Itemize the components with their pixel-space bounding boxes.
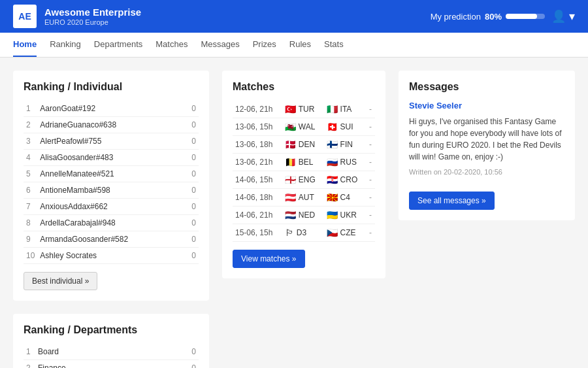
team1-cell: 🇹🇷 TUR [282, 101, 324, 118]
nav-ranking[interactable]: Ranking [50, 33, 81, 57]
team2-flag: 🇫🇮 [327, 139, 338, 150]
prediction-badge: My prediction 80% [431, 12, 545, 22]
message-author[interactable]: Stevie Seeler [409, 101, 564, 110]
nav-prizes[interactable]: Prizes [253, 33, 276, 57]
rank-cell: 8 [24, 215, 37, 231]
match-date: 12-06, 21h [233, 101, 282, 118]
table-row[interactable]: 6 AntioneMamba#598 0 [24, 182, 199, 199]
match-score: - [366, 189, 375, 207]
list-item[interactable]: 13-06, 21h 🇧🇪 BEL 🇷🇺 RUS - [233, 154, 375, 171]
team2-cell: 🇲🇰 C4 [324, 189, 367, 207]
rank-cell: 1 [24, 101, 37, 117]
score-cell: 0 [184, 101, 199, 117]
team2-cell: 🇷🇺 RUS [324, 154, 367, 171]
table-row[interactable]: 2 AdrianeGuanaco#638 0 [24, 117, 199, 133]
match-date: 13-06, 15h [233, 118, 282, 136]
team1-flag: 🏴󠁧󠁢󠁷󠁬󠁳󠁿 [285, 122, 296, 132]
table-row[interactable]: 1 Board 0 [24, 344, 199, 360]
match-date: 14-06, 21h [233, 207, 282, 224]
see-all-messages-button[interactable]: See all messages » [409, 192, 495, 210]
nav-departments[interactable]: Departments [94, 33, 142, 57]
view-matches-button[interactable]: View matches » [233, 250, 305, 268]
team2-cell: 🇨🇭 SUI [324, 118, 367, 136]
table-row[interactable]: 5 AnnelleManatee#521 0 [24, 166, 199, 182]
team2-cell: 🇮🇹 ITA [324, 101, 367, 118]
list-item[interactable]: 12-06, 21h 🇹🇷 TUR 🇮🇹 ITA - [233, 101, 375, 118]
team2-name: C4 [340, 193, 350, 202]
name-cell: Board [35, 344, 167, 360]
name-cell: AnnelleManatee#521 [37, 166, 184, 182]
prediction-pct: 80% [485, 12, 502, 22]
table-row[interactable]: 2 Finance 0 [24, 360, 199, 369]
name-cell: AntioneMamba#598 [37, 182, 184, 199]
list-item[interactable]: 13-06, 15h 🏴󠁧󠁢󠁷󠁬󠁳󠁿 WAL 🇨🇭 SUI - [233, 118, 375, 136]
message-date: Written on 20-02-2020, 10:56 [409, 168, 564, 176]
rank-cell: 10 [24, 248, 37, 264]
matches-table: 12-06, 21h 🇹🇷 TUR 🇮🇹 ITA - 13-06, 15h 🏴󠁧… [233, 101, 375, 242]
rank-cell: 2 [24, 117, 37, 133]
list-item[interactable]: 14-06, 15h 🏴󠁧󠁢󠁥󠁮󠁧󠁿 ENG 🇭🇷 CRO - [233, 171, 375, 189]
score-cell: 0 [184, 182, 199, 199]
name-cell: Finance [35, 360, 167, 369]
score-cell: 0 [184, 248, 199, 264]
main-nav: Home Ranking Departments Matches Message… [0, 33, 588, 58]
prediction-progress-fill [506, 14, 537, 19]
rank-cell: 4 [24, 150, 37, 166]
team2-name: SUI [340, 122, 353, 131]
table-row[interactable]: 10 Ashley Socrates 0 [24, 248, 199, 264]
table-row[interactable]: 1 AaronGoat#192 0 [24, 101, 199, 117]
nav-rules[interactable]: Rules [289, 33, 311, 57]
list-item[interactable]: 13-06, 18h 🇩🇰 DEN 🇫🇮 FIN - [233, 136, 375, 154]
score-cell: 0 [184, 117, 199, 133]
team1-flag: 🇦🇹 [285, 192, 296, 203]
team2-name: CZE [340, 228, 356, 237]
name-cell: ArmandaGoosander#582 [37, 231, 184, 248]
name-cell: AdrianeGuanaco#638 [37, 117, 184, 133]
table-row[interactable]: 7 AnxiousAddax#662 0 [24, 199, 199, 215]
table-row[interactable]: 4 AlisaGoosander#483 0 [24, 150, 199, 166]
nav-messages[interactable]: Messages [201, 33, 239, 57]
user-icon[interactable]: 👤 ▾ [551, 9, 575, 24]
list-item[interactable]: 14-06, 21h 🇳🇱 NED 🇺🇦 UKR - [233, 207, 375, 224]
team1-name: BEL [299, 158, 314, 167]
rank-cell: 5 [24, 166, 37, 182]
team1-flag: 🏳 [285, 227, 294, 238]
rank-cell: 2 [24, 360, 35, 369]
best-individual-button[interactable]: Best individual » [24, 272, 97, 290]
messages-title: Messages [409, 81, 564, 93]
prediction-progress-bar [506, 14, 545, 19]
ranking-individual-table: 1 AaronGoat#192 0 2 AdrianeGuanaco#638 0… [24, 101, 199, 264]
ranking-departments-section: Ranking / Departments 1 Board 0 2 Financ… [13, 314, 209, 368]
match-date: 13-06, 21h [233, 154, 282, 171]
name-cell: AaronGoat#192 [37, 101, 184, 117]
nav-home[interactable]: Home [13, 33, 37, 57]
list-item[interactable]: 14-06, 18h 🇦🇹 AUT 🇲🇰 C4 - [233, 189, 375, 207]
match-date: 13-06, 18h [233, 136, 282, 154]
team1-cell: 🇳🇱 NED [282, 207, 324, 224]
team1-flag: 🏴󠁧󠁢󠁥󠁮󠁧󠁿 [285, 175, 296, 185]
ranking-departments-table: 1 Board 0 2 Finance 0 3 HR 0 4 IT 0 5 Ma… [24, 344, 199, 368]
team2-flag: 🇨🇭 [327, 122, 338, 132]
matches-column: Matches 12-06, 21h 🇹🇷 TUR 🇮🇹 ITA - 13-06… [222, 71, 385, 368]
ranking-individual-title: Ranking / Individual [24, 81, 199, 93]
team1-cell: 🏴󠁧󠁢󠁷󠁬󠁳󠁿 WAL [282, 118, 324, 136]
left-column: Ranking / Individual 1 AaronGoat#192 0 2… [13, 71, 209, 368]
header-left: AE Awesome Enterprise EURO 2020 Europe [13, 5, 141, 28]
match-date: 14-06, 18h [233, 189, 282, 207]
table-row[interactable]: 8 ArdellaCarabajal#948 0 [24, 215, 199, 231]
nav-matches[interactable]: Matches [155, 33, 188, 57]
table-row[interactable]: 9 ArmandaGoosander#582 0 [24, 231, 199, 248]
nav-stats[interactable]: Stats [324, 33, 344, 57]
messages-section: Messages Stevie Seeler Hi guys, I've org… [399, 71, 575, 220]
team2-cell: 🇭🇷 CRO [324, 171, 367, 189]
table-row[interactable]: 3 AlertPeafowl#755 0 [24, 133, 199, 150]
messages-column: Messages Stevie Seeler Hi guys, I've org… [399, 71, 575, 368]
match-score: - [366, 101, 375, 118]
match-score: - [366, 154, 375, 171]
match-score: - [366, 171, 375, 189]
team1-name: WAL [299, 122, 316, 131]
team2-name: FIN [340, 140, 353, 149]
app-subtitle: EURO 2020 Europe [44, 18, 141, 26]
list-item[interactable]: 15-06, 15h 🏳 D3 🇨🇿 CZE - [233, 224, 375, 242]
team2-name: CRO [340, 175, 358, 184]
